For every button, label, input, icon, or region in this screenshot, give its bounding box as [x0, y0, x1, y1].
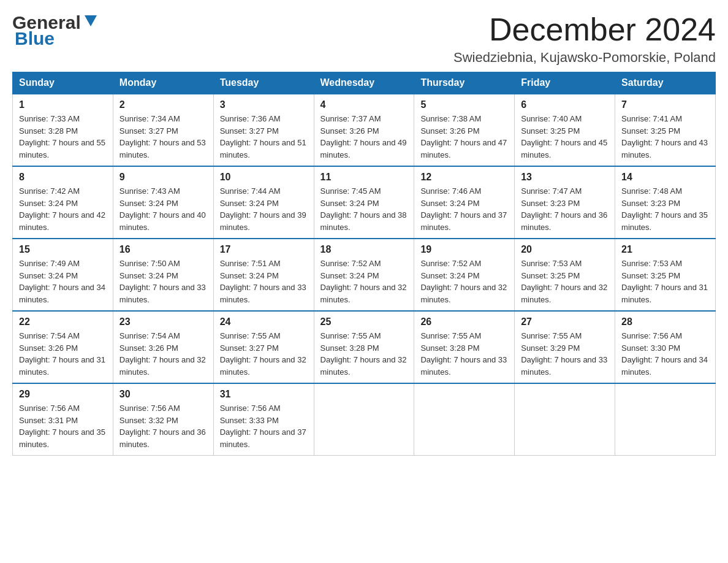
day-info: Sunrise: 7:53 AMSunset: 3:25 PMDaylight:… — [521, 258, 609, 305]
calendar-day-cell: 3Sunrise: 7:36 AMSunset: 3:27 PMDaylight… — [213, 94, 314, 166]
calendar-day-cell: 9Sunrise: 7:43 AMSunset: 3:24 PMDaylight… — [113, 166, 213, 239]
day-info: Sunrise: 7:52 AMSunset: 3:24 PMDaylight:… — [420, 258, 508, 305]
calendar-week-row: 29Sunrise: 7:56 AMSunset: 3:31 PMDayligh… — [13, 383, 716, 456]
calendar-week-row: 1Sunrise: 7:33 AMSunset: 3:28 PMDaylight… — [13, 94, 716, 166]
weekday-header-tuesday: Tuesday — [213, 72, 314, 94]
calendar-week-row: 22Sunrise: 7:54 AMSunset: 3:26 PMDayligh… — [13, 311, 716, 383]
day-info: Sunrise: 7:40 AMSunset: 3:25 PMDaylight:… — [521, 113, 609, 161]
calendar-day-cell: 20Sunrise: 7:53 AMSunset: 3:25 PMDayligh… — [515, 239, 615, 311]
day-number: 30 — [119, 389, 207, 400]
calendar-day-cell: 1Sunrise: 7:33 AMSunset: 3:28 PMDaylight… — [13, 94, 113, 166]
day-info: Sunrise: 7:44 AMSunset: 3:24 PMDaylight:… — [220, 185, 308, 233]
calendar-day-cell: 12Sunrise: 7:46 AMSunset: 3:24 PMDayligh… — [414, 166, 515, 239]
weekday-header-thursday: Thursday — [414, 72, 515, 94]
calendar-day-cell: 13Sunrise: 7:47 AMSunset: 3:23 PMDayligh… — [515, 166, 615, 239]
calendar-day-cell: 11Sunrise: 7:45 AMSunset: 3:24 PMDayligh… — [314, 166, 414, 239]
day-info: Sunrise: 7:53 AMSunset: 3:25 PMDaylight:… — [621, 258, 709, 305]
day-number: 13 — [521, 172, 609, 183]
calendar-day-cell: 29Sunrise: 7:56 AMSunset: 3:31 PMDayligh… — [13, 383, 113, 456]
day-info: Sunrise: 7:54 AMSunset: 3:26 PMDaylight:… — [119, 330, 207, 378]
weekday-header-wednesday: Wednesday — [314, 72, 414, 94]
day-info: Sunrise: 7:52 AMSunset: 3:24 PMDaylight:… — [320, 258, 408, 305]
day-number: 16 — [119, 244, 207, 255]
calendar-day-cell: 30Sunrise: 7:56 AMSunset: 3:32 PMDayligh… — [113, 383, 213, 456]
day-info: Sunrise: 7:50 AMSunset: 3:24 PMDaylight:… — [119, 258, 207, 305]
page-header: General Blue December 2024 Swiedziebnia,… — [12, 12, 716, 66]
calendar-day-cell: 8Sunrise: 7:42 AMSunset: 3:24 PMDaylight… — [13, 166, 113, 239]
logo-arrow-icon — [82, 13, 99, 30]
calendar-day-cell: 25Sunrise: 7:55 AMSunset: 3:28 PMDayligh… — [314, 311, 414, 383]
day-info: Sunrise: 7:45 AMSunset: 3:24 PMDaylight:… — [320, 185, 408, 233]
calendar-day-cell: 22Sunrise: 7:54 AMSunset: 3:26 PMDayligh… — [13, 311, 113, 383]
day-info: Sunrise: 7:55 AMSunset: 3:27 PMDaylight:… — [220, 330, 308, 378]
day-number: 17 — [220, 244, 308, 255]
calendar-day-cell: 5Sunrise: 7:38 AMSunset: 3:26 PMDaylight… — [414, 94, 515, 166]
svg-marker-0 — [85, 15, 97, 26]
calendar-table: SundayMondayTuesdayWednesdayThursdayFrid… — [12, 72, 716, 456]
day-number: 6 — [521, 99, 609, 110]
day-number: 5 — [420, 99, 508, 110]
day-info: Sunrise: 7:46 AMSunset: 3:24 PMDaylight:… — [420, 185, 508, 233]
calendar-day-cell: 19Sunrise: 7:52 AMSunset: 3:24 PMDayligh… — [414, 239, 515, 311]
calendar-day-cell: 21Sunrise: 7:53 AMSunset: 3:25 PMDayligh… — [615, 239, 716, 311]
day-number: 7 — [621, 99, 709, 110]
calendar-day-cell: 7Sunrise: 7:41 AMSunset: 3:25 PMDaylight… — [615, 94, 716, 166]
calendar-day-cell: 27Sunrise: 7:55 AMSunset: 3:29 PMDayligh… — [515, 311, 615, 383]
day-number: 21 — [621, 244, 709, 255]
day-number: 27 — [521, 316, 609, 327]
day-number: 20 — [521, 244, 609, 255]
day-info: Sunrise: 7:41 AMSunset: 3:25 PMDaylight:… — [621, 113, 709, 161]
day-number: 11 — [320, 172, 408, 183]
month-title: December 2024 — [453, 12, 716, 47]
day-number: 8 — [19, 172, 107, 183]
day-info: Sunrise: 7:54 AMSunset: 3:26 PMDaylight:… — [19, 330, 107, 378]
weekday-header-row: SundayMondayTuesdayWednesdayThursdayFrid… — [13, 72, 716, 94]
day-number: 9 — [119, 172, 207, 183]
calendar-day-cell — [414, 383, 515, 456]
day-number: 2 — [119, 99, 207, 110]
calendar-week-row: 8Sunrise: 7:42 AMSunset: 3:24 PMDaylight… — [13, 166, 716, 239]
day-info: Sunrise: 7:51 AMSunset: 3:24 PMDaylight:… — [220, 258, 308, 305]
calendar-day-cell: 2Sunrise: 7:34 AMSunset: 3:27 PMDaylight… — [113, 94, 213, 166]
day-info: Sunrise: 7:37 AMSunset: 3:26 PMDaylight:… — [320, 113, 408, 161]
calendar-day-cell: 23Sunrise: 7:54 AMSunset: 3:26 PMDayligh… — [113, 311, 213, 383]
day-info: Sunrise: 7:55 AMSunset: 3:28 PMDaylight:… — [420, 330, 508, 378]
day-info: Sunrise: 7:34 AMSunset: 3:27 PMDaylight:… — [119, 113, 207, 161]
day-number: 25 — [320, 316, 408, 327]
day-info: Sunrise: 7:49 AMSunset: 3:24 PMDaylight:… — [19, 258, 107, 305]
day-number: 1 — [19, 99, 107, 110]
day-number: 29 — [19, 389, 107, 400]
calendar-day-cell: 31Sunrise: 7:56 AMSunset: 3:33 PMDayligh… — [213, 383, 314, 456]
day-info: Sunrise: 7:36 AMSunset: 3:27 PMDaylight:… — [220, 113, 308, 161]
calendar-day-cell — [314, 383, 414, 456]
calendar-day-cell — [615, 383, 716, 456]
calendar-day-cell: 6Sunrise: 7:40 AMSunset: 3:25 PMDaylight… — [515, 94, 615, 166]
day-number: 31 — [220, 389, 308, 400]
logo-blue-text: Blue — [15, 28, 55, 49]
day-number: 10 — [220, 172, 308, 183]
day-info: Sunrise: 7:47 AMSunset: 3:23 PMDaylight:… — [521, 185, 609, 233]
day-number: 14 — [621, 172, 709, 183]
weekday-header-friday: Friday — [515, 72, 615, 94]
day-number: 22 — [19, 316, 107, 327]
day-number: 24 — [220, 316, 308, 327]
calendar-day-cell: 14Sunrise: 7:48 AMSunset: 3:23 PMDayligh… — [615, 166, 716, 239]
day-number: 15 — [19, 244, 107, 255]
day-info: Sunrise: 7:56 AMSunset: 3:33 PMDaylight:… — [220, 402, 308, 450]
title-block: December 2024 Swiedziebnia, Kujawsko-Pom… — [453, 12, 716, 66]
weekday-header-monday: Monday — [113, 72, 213, 94]
calendar-day-cell: 17Sunrise: 7:51 AMSunset: 3:24 PMDayligh… — [213, 239, 314, 311]
day-number: 4 — [320, 99, 408, 110]
day-info: Sunrise: 7:38 AMSunset: 3:26 PMDaylight:… — [420, 113, 508, 161]
calendar-day-cell: 16Sunrise: 7:50 AMSunset: 3:24 PMDayligh… — [113, 239, 213, 311]
day-info: Sunrise: 7:48 AMSunset: 3:23 PMDaylight:… — [621, 185, 709, 233]
day-info: Sunrise: 7:55 AMSunset: 3:28 PMDaylight:… — [320, 330, 408, 378]
weekday-header-sunday: Sunday — [13, 72, 113, 94]
calendar-day-cell: 4Sunrise: 7:37 AMSunset: 3:26 PMDaylight… — [314, 94, 414, 166]
day-info: Sunrise: 7:56 AMSunset: 3:31 PMDaylight:… — [19, 402, 107, 450]
logo: General Blue — [12, 12, 99, 49]
calendar-day-cell — [515, 383, 615, 456]
day-info: Sunrise: 7:56 AMSunset: 3:32 PMDaylight:… — [119, 402, 207, 450]
location-text: Swiedziebnia, Kujawsko-Pomorskie, Poland — [453, 50, 716, 66]
calendar-week-row: 15Sunrise: 7:49 AMSunset: 3:24 PMDayligh… — [13, 239, 716, 311]
